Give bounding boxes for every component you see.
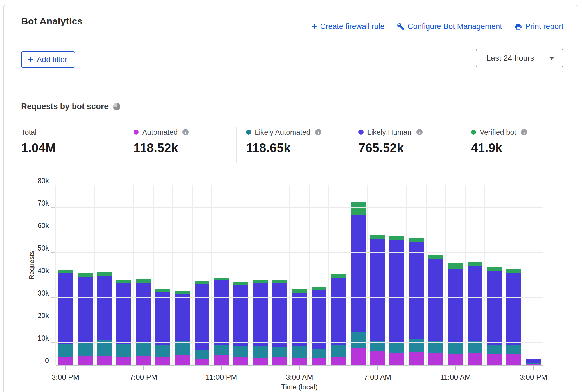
stacked-bar[interactable]	[468, 262, 482, 365]
bar-segment[interactable]	[526, 364, 541, 365]
stacked-bar[interactable]	[370, 235, 385, 365]
bar-segment[interactable]	[389, 353, 404, 365]
bar-segment[interactable]	[214, 355, 229, 365]
bar-segment[interactable]	[253, 358, 268, 365]
print-report-link[interactable]: Print report	[515, 22, 563, 31]
bar-segment[interactable]	[155, 357, 170, 365]
bar-segment[interactable]	[116, 357, 131, 365]
bar-segment[interactable]	[370, 351, 385, 365]
bar-segment[interactable]	[155, 289, 170, 292]
stacked-bar[interactable]	[389, 236, 404, 365]
bar-segment[interactable]	[448, 269, 463, 342]
stacked-bar[interactable]	[58, 270, 73, 365]
bar-segment[interactable]	[97, 276, 112, 340]
time-range-dropdown[interactable]: Last 24 hours	[476, 49, 563, 67]
bar-segment[interactable]	[155, 292, 170, 345]
bar-segment[interactable]	[370, 239, 385, 341]
bar-segment[interactable]	[487, 345, 502, 354]
bar-segment[interactable]	[195, 284, 209, 350]
bar-segment[interactable]	[233, 282, 248, 285]
stacked-bar[interactable]	[233, 282, 248, 365]
stacked-bar[interactable]	[78, 273, 93, 365]
bar-segment[interactable]	[506, 273, 521, 345]
info-icon[interactable]: i	[521, 129, 527, 135]
stacked-bar[interactable]	[116, 280, 131, 365]
bar-segment[interactable]	[175, 341, 190, 355]
bar-segment[interactable]	[58, 357, 73, 365]
bar-segment[interactable]	[214, 345, 229, 355]
bar-segment[interactable]	[312, 349, 326, 357]
bar-segment[interactable]	[351, 332, 366, 347]
bar-segment[interactable]	[331, 357, 346, 365]
bar-segment[interactable]	[331, 345, 346, 357]
stacked-bar[interactable]	[155, 289, 170, 365]
bar-segment[interactable]	[116, 283, 131, 344]
bar-segment[interactable]	[175, 294, 190, 341]
stacked-bar[interactable]	[253, 280, 268, 365]
bar-segment[interactable]	[506, 354, 521, 365]
bar-segment[interactable]	[506, 269, 521, 273]
bar-segment[interactable]	[136, 279, 151, 283]
bar-segment[interactable]	[175, 291, 190, 294]
bar-segment[interactable]	[58, 270, 73, 273]
bar-segment[interactable]	[428, 259, 443, 341]
stacked-bar[interactable]	[97, 272, 112, 365]
bar-segment[interactable]	[448, 354, 463, 365]
bar-segment[interactable]	[506, 345, 521, 354]
bar-segment[interactable]	[468, 353, 482, 365]
stacked-bar[interactable]	[272, 280, 287, 365]
stacked-bar[interactable]	[292, 289, 307, 365]
bar-segment[interactable]	[409, 352, 424, 365]
bar-segment[interactable]	[389, 240, 404, 342]
stacked-bar[interactable]	[136, 279, 151, 365]
bar-segment[interactable]	[351, 202, 366, 215]
stacked-bar[interactable]	[409, 238, 424, 365]
bar-segment[interactable]	[253, 346, 268, 358]
bar-segment[interactable]	[78, 277, 93, 343]
bar-segment[interactable]	[233, 346, 248, 356]
bar-segment[interactable]	[97, 356, 112, 365]
bar-segment[interactable]	[389, 342, 404, 353]
bar-segment[interactable]	[468, 266, 482, 341]
bar-segment[interactable]	[526, 359, 541, 363]
bar-segment[interactable]	[253, 283, 268, 346]
stacked-bar[interactable]	[195, 281, 209, 365]
bar-segment[interactable]	[272, 283, 287, 347]
bar-segment[interactable]	[195, 350, 209, 359]
stacked-bar[interactable]	[526, 359, 541, 365]
stacked-bar[interactable]	[428, 255, 443, 365]
stacked-bar[interactable]	[487, 267, 502, 365]
info-icon[interactable]: i	[416, 129, 423, 135]
bar-segment[interactable]	[58, 273, 73, 344]
stacked-bar[interactable]	[312, 287, 326, 365]
bar-segment[interactable]	[428, 255, 443, 259]
bar-segment[interactable]	[409, 339, 424, 352]
info-icon[interactable]: i	[315, 129, 321, 135]
bar-segment[interactable]	[448, 263, 463, 269]
bar-segment[interactable]	[389, 236, 404, 240]
bar-segment[interactable]	[409, 242, 424, 339]
bar-segment[interactable]	[292, 346, 307, 358]
bar-segment[interactable]	[233, 357, 248, 365]
bar-segment[interactable]	[78, 356, 93, 365]
bar-segment[interactable]	[428, 353, 443, 365]
bar-segment[interactable]	[331, 278, 346, 345]
bar-segment[interactable]	[136, 356, 151, 365]
stacked-bar[interactable]	[175, 291, 190, 365]
add-filter-button[interactable]: + Add filter	[21, 51, 75, 68]
bar-segment[interactable]	[351, 348, 366, 365]
bar-segment[interactable]	[214, 278, 229, 280]
configure-bot-management-link[interactable]: Configure Bot Management	[397, 22, 502, 31]
bar-segment[interactable]	[272, 347, 287, 357]
bar-segment[interactable]	[428, 341, 443, 353]
bar-segment[interactable]	[312, 358, 326, 365]
bar-segment[interactable]	[370, 235, 385, 239]
bar-segment[interactable]	[116, 344, 131, 357]
bar-segment[interactable]	[233, 285, 248, 346]
bar-segment[interactable]	[292, 358, 307, 365]
create-firewall-rule-link[interactable]: + Create firewall rule	[312, 22, 384, 31]
stacked-bar[interactable]	[214, 278, 229, 365]
bar-segment[interactable]	[155, 345, 170, 357]
bar-segment[interactable]	[97, 272, 112, 276]
bar-segment[interactable]	[409, 238, 424, 242]
